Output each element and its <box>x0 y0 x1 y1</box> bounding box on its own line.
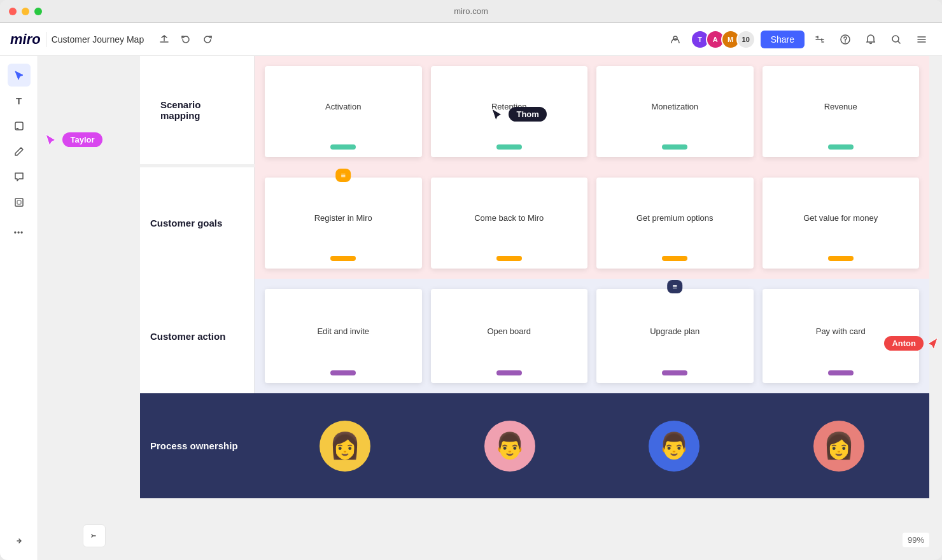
cursor-thom: Thom <box>491 107 547 122</box>
card-bar <box>496 370 522 375</box>
canvas[interactable]: Taylor Scenario mapping Th <box>38 56 942 560</box>
title-bar: miro.com <box>0 0 942 23</box>
card-come-back: Come back to Miro <box>431 178 588 269</box>
avatar-circle-3: 👨 <box>649 421 699 472</box>
process-row: Process ownership 👩 👨 <box>140 393 929 498</box>
minimize-button[interactable] <box>22 8 29 15</box>
toolbar-divider <box>46 32 46 47</box>
text-tool[interactable]: T <box>8 89 31 112</box>
action-cards: Edit and invite Open board ≡ Upgrade pla… <box>255 279 929 393</box>
goals-label: Customer goals <box>140 167 255 279</box>
card-bar <box>828 370 854 375</box>
chat-icon: ≡ <box>335 169 351 182</box>
process-avatar-2: 👨 <box>432 403 588 488</box>
miro-logo[interactable]: miro <box>10 31 41 48</box>
close-button[interactable] <box>9 8 17 15</box>
scenario-row: Scenario mapping Thom Activation <box>140 56 929 167</box>
select-tool[interactable] <box>8 64 31 87</box>
main-content: T <box>0 56 942 560</box>
goals-row: Customer goals ≡ Register in Miro Come b… <box>140 167 929 279</box>
cursor-anton: Anton <box>884 336 939 351</box>
avatar-circle-1: 👩 <box>320 421 370 472</box>
cursor-taylor-label: Taylor <box>62 132 102 147</box>
card-upgrade: ≡ Upgrade plan <box>596 289 754 383</box>
card-bar <box>496 144 522 150</box>
goals-cards: ≡ Register in Miro Come back to Miro Get… <box>255 167 929 279</box>
svg-point-0 <box>673 36 677 40</box>
card-bar <box>330 370 356 375</box>
search-icon[interactable] <box>886 29 906 50</box>
share-button[interactable]: Share <box>761 31 805 48</box>
comment-tool[interactable] <box>8 165 31 188</box>
avatar-circle-4: 👩 <box>813 421 864 472</box>
sticky-note-tool[interactable] <box>8 115 31 137</box>
action-row: Customer action Edit and invite Open boa… <box>140 279 929 393</box>
nav-arrows[interactable] <box>8 529 31 552</box>
cursor-anton-label: Anton <box>884 336 924 351</box>
maximize-button[interactable] <box>34 8 42 15</box>
avatar-circle-2: 👨 <box>484 421 535 472</box>
card-value: Get value for money <box>763 178 920 269</box>
more-tools[interactable]: ••• <box>8 221 31 244</box>
nav-panel <box>83 524 106 547</box>
card-bar <box>330 144 356 150</box>
undo-redo-group <box>154 29 218 50</box>
card-bar <box>662 370 687 375</box>
card-bar <box>496 256 522 261</box>
frame-tool[interactable] <box>8 191 31 214</box>
collaboration-icon[interactable] <box>665 29 685 50</box>
card-open-board: Open board <box>431 289 588 383</box>
svg-point-2 <box>845 41 846 42</box>
nav-expand-button[interactable] <box>83 524 106 547</box>
card-revenue: Revenue <box>763 66 920 157</box>
cursor-taylor: Taylor <box>45 132 102 147</box>
board-frame: Scenario mapping Thom Activation <box>140 56 929 560</box>
card-bar <box>828 256 854 261</box>
redo-button[interactable] <box>197 29 218 50</box>
card-monetization: Monetization <box>596 66 754 157</box>
app-window: miro.com miro Customer Journey Map <box>0 0 942 560</box>
process-avatar-1: 👩 <box>267 403 423 488</box>
process-label: Process ownership <box>140 393 255 498</box>
pen-tool[interactable] <box>8 140 31 163</box>
svg-rect-6 <box>17 200 21 204</box>
card-bar <box>662 256 687 261</box>
svg-rect-5 <box>15 199 23 206</box>
card-edit-invite: Edit and invite <box>265 289 422 383</box>
card-bar <box>330 256 356 261</box>
upload-button[interactable] <box>154 29 174 50</box>
board-title[interactable]: Customer Journey Map <box>52 34 144 45</box>
menu-icon[interactable] <box>911 29 932 50</box>
scenario-label: Scenario mapping <box>140 56 255 164</box>
cursor-thom-label: Thom <box>509 107 546 122</box>
process-avatar-3: 👨 <box>596 403 752 488</box>
scenario-cards: Thom Activation Retention Monetization <box>255 56 929 167</box>
toolbar-left: miro Customer Journey Map <box>10 29 660 50</box>
settings-icon[interactable] <box>810 29 830 50</box>
process-avatar-4: 👩 <box>761 403 917 488</box>
collaborator-avatars: T A M 10 <box>691 30 756 49</box>
card-register: ≡ Register in Miro <box>265 178 422 269</box>
card-bar <box>662 144 687 150</box>
svg-rect-4 <box>15 122 23 130</box>
avatar-overflow: 10 <box>736 30 756 49</box>
main-toolbar: miro Customer Journey Map <box>0 23 942 56</box>
card-activation: Activation <box>265 66 422 157</box>
chat-dark-icon: ≡ <box>667 280 682 293</box>
card-bar <box>828 144 854 150</box>
traffic-lights <box>9 8 42 15</box>
action-label: Customer action <box>140 279 255 393</box>
notifications-icon[interactable] <box>861 29 881 50</box>
help-icon[interactable] <box>835 29 855 50</box>
process-cells: 👩 👨 👨 <box>255 393 929 498</box>
left-toolbar: T <box>0 56 38 560</box>
toolbar-right: T A M 10 Share <box>665 29 932 50</box>
card-premium: Get premium options <box>596 178 754 269</box>
window-title: miro.com <box>454 6 488 16</box>
zoom-level: 99% <box>903 533 929 547</box>
undo-button[interactable] <box>176 29 196 50</box>
